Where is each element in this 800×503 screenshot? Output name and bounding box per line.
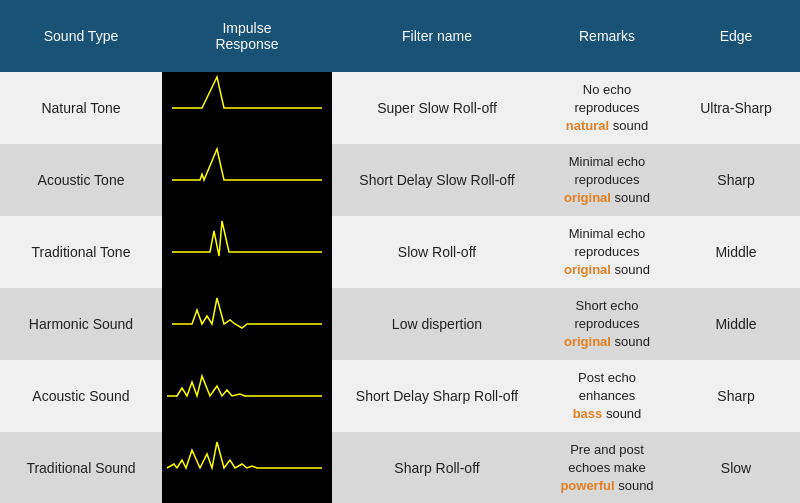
remark-line1: Minimal echo reproduces xyxy=(569,154,646,187)
remark-line3: sound xyxy=(609,118,648,133)
remark-line1: Short echo reproduces xyxy=(574,298,639,331)
remark-line3: sound xyxy=(602,406,641,421)
highlight-word: natural xyxy=(566,118,609,133)
col-sound-type: Sound Type xyxy=(0,0,162,72)
waveform-svg xyxy=(162,144,332,216)
remarks-cell: Pre and post echoes makepowerful sound xyxy=(542,432,672,503)
remark-line1: Pre and post echoes make xyxy=(568,442,645,475)
remark-line3: sound xyxy=(611,262,650,277)
waveform-cell xyxy=(162,72,332,144)
table-row: Harmonic SoundLow dispertionShort echo r… xyxy=(0,288,800,360)
remark-line3: sound xyxy=(615,478,654,493)
waveform-svg xyxy=(162,72,332,144)
waveform-svg xyxy=(162,288,332,360)
highlight-word: original xyxy=(564,262,611,277)
header-row: Sound Type ImpulseResponse Filter name R… xyxy=(0,0,800,72)
waveform-svg xyxy=(162,216,332,288)
table-row: Natural ToneSuper Slow Roll-offNo echo r… xyxy=(0,72,800,144)
sound-type-cell: Traditional Sound xyxy=(0,432,162,503)
highlight-word: original xyxy=(564,334,611,349)
table-row: Traditional SoundSharp Roll-offPre and p… xyxy=(0,432,800,503)
remarks-cell: Minimal echo reproducesoriginal sound xyxy=(542,144,672,216)
remarks-cell: No echo reproducesnatural sound xyxy=(542,72,672,144)
col-edge: Edge xyxy=(672,0,800,72)
col-filter: Filter name xyxy=(332,0,542,72)
waveform-cell xyxy=(162,288,332,360)
col-remarks: Remarks xyxy=(542,0,672,72)
sound-type-cell: Harmonic Sound xyxy=(0,288,162,360)
remark-line3: sound xyxy=(611,190,650,205)
remarks-cell: Minimal echo reproducesoriginal sound xyxy=(542,216,672,288)
remark-line1: No echo reproduces xyxy=(574,82,639,115)
remarks-cell: Post echo enhancesbass sound xyxy=(542,360,672,432)
table-body: Natural ToneSuper Slow Roll-offNo echo r… xyxy=(0,72,800,503)
main-table: Sound Type ImpulseResponse Filter name R… xyxy=(0,0,800,503)
waveform-cell xyxy=(162,144,332,216)
sound-type-cell: Acoustic Sound xyxy=(0,360,162,432)
filter-name-cell: Short Delay Sharp Roll-off xyxy=(332,360,542,432)
table-row: Acoustic SoundShort Delay Sharp Roll-off… xyxy=(0,360,800,432)
sound-type-cell: Natural Tone xyxy=(0,72,162,144)
filter-name-cell: Super Slow Roll-off xyxy=(332,72,542,144)
table-row: Traditional ToneSlow Roll-offMinimal ech… xyxy=(0,216,800,288)
filter-name-cell: Sharp Roll-off xyxy=(332,432,542,503)
filter-name-cell: Short Delay Slow Roll-off xyxy=(332,144,542,216)
remark-line1: Minimal echo reproduces xyxy=(569,226,646,259)
sound-type-cell: Acoustic Tone xyxy=(0,144,162,216)
waveform-svg xyxy=(162,432,332,503)
highlight-word: powerful xyxy=(560,478,614,493)
remarks-cell: Short echo reproducesoriginal sound xyxy=(542,288,672,360)
edge-cell: Slow xyxy=(672,432,800,503)
sound-type-cell: Traditional Tone xyxy=(0,216,162,288)
remark-line3: sound xyxy=(611,334,650,349)
highlight-word: original xyxy=(564,190,611,205)
filter-name-cell: Slow Roll-off xyxy=(332,216,542,288)
waveform-svg xyxy=(162,360,332,432)
edge-cell: Sharp xyxy=(672,360,800,432)
edge-cell: Middle xyxy=(672,216,800,288)
edge-cell: Middle xyxy=(672,288,800,360)
filter-name-cell: Low dispertion xyxy=(332,288,542,360)
edge-cell: Sharp xyxy=(672,144,800,216)
edge-cell: Ultra-Sharp xyxy=(672,72,800,144)
col-impulse: ImpulseResponse xyxy=(162,0,332,72)
waveform-cell xyxy=(162,432,332,503)
table-row: Acoustic ToneShort Delay Slow Roll-offMi… xyxy=(0,144,800,216)
remark-line1: Post echo enhances xyxy=(578,370,636,403)
highlight-word: bass xyxy=(573,406,603,421)
waveform-cell xyxy=(162,360,332,432)
waveform-cell xyxy=(162,216,332,288)
